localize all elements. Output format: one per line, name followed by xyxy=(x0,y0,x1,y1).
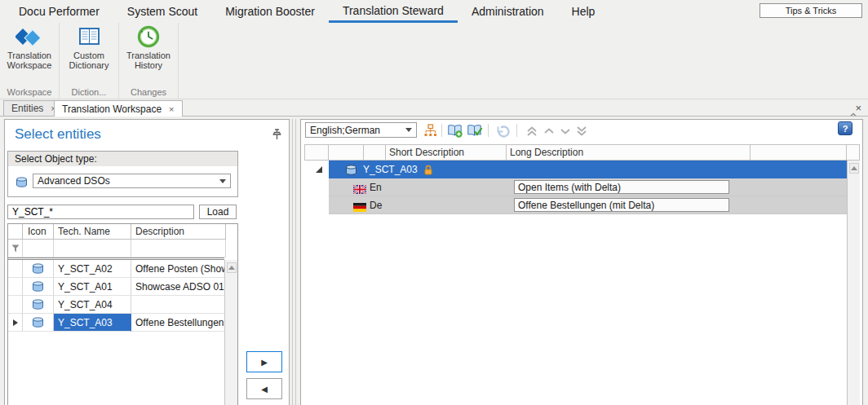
column-header-icon[interactable]: Icon xyxy=(23,224,54,240)
ribbon-group-dictionary: Custom Dictionary Diction... xyxy=(60,23,119,99)
filter-icon xyxy=(8,240,23,258)
selected-row-arrow-icon xyxy=(8,314,23,332)
help-icon[interactable]: ? xyxy=(838,121,852,135)
vertical-scrollbar[interactable] xyxy=(224,260,237,405)
close-icon[interactable]: × xyxy=(169,104,174,114)
chevron-down-icon xyxy=(219,179,226,183)
uk-flag-icon xyxy=(353,183,366,197)
main-menubar: Docu Performer System Scout Migration Bo… xyxy=(0,0,868,23)
description-cell[interactable]: Offene Bestellungen (... xyxy=(131,314,226,332)
tech-name-cell[interactable]: Y_SCT_A04 xyxy=(54,296,131,314)
ribbon-group-label: Workspace xyxy=(0,87,59,97)
filter-row[interactable] xyxy=(8,240,237,258)
scroll-up-icon[interactable] xyxy=(227,262,237,273)
translation-workspace-button[interactable]: Translation Workspace xyxy=(0,23,59,83)
column-header-short-description[interactable]: Short Description xyxy=(386,144,507,161)
database-icon xyxy=(345,164,357,178)
select-entities-panel: Select entities Select Object type: Adva… xyxy=(4,119,290,405)
hierarchy-view-icon[interactable] xyxy=(422,123,438,139)
move-up-icon[interactable] xyxy=(541,123,557,139)
add-to-dictionary-icon[interactable] xyxy=(447,123,463,139)
long-description-field[interactable]: Offene Bestellungen (mit Delta) xyxy=(514,198,729,212)
translation-row-en[interactable]: En Open Items (with Delta) xyxy=(304,178,847,196)
main-area: Select entities Select Object type: Adva… xyxy=(0,117,868,405)
pin-icon[interactable] xyxy=(272,129,282,140)
table-row[interactable]: Y_SCT_A04 xyxy=(8,296,237,314)
custom-dictionary-button[interactable]: Custom Dictionary xyxy=(60,23,118,83)
menu-translation-steward[interactable]: Translation Steward xyxy=(329,0,458,23)
filter-cell[interactable] xyxy=(23,240,54,258)
object-type-dropdown[interactable]: Advanced DSOs xyxy=(33,174,231,188)
panel-title: Select entities xyxy=(15,126,101,143)
table-row[interactable]: Y_SCT_A01 Showcase ADSO 01 (B... xyxy=(8,278,237,296)
entities-grid: Icon Tech. Name Description Y_SCT_A02 xyxy=(7,223,238,405)
scroll-up-icon[interactable] xyxy=(849,163,859,174)
panel-splitter[interactable] xyxy=(295,119,296,405)
vertical-scrollbar[interactable] xyxy=(847,161,860,405)
entity-row-selected[interactable]: Y_SCT_A03 xyxy=(304,161,847,178)
menu-administration[interactable]: Administration xyxy=(458,0,558,23)
translation-history-icon xyxy=(135,25,162,50)
language-pair-dropdown[interactable]: English;German xyxy=(305,122,417,138)
description-cell[interactable] xyxy=(131,296,226,314)
toolbar-separator xyxy=(488,124,489,137)
database-icon xyxy=(16,176,28,191)
database-icon xyxy=(23,260,54,278)
description-cell[interactable]: Showcase ADSO 01 (B... xyxy=(131,278,226,296)
tech-name-cell[interactable]: Y_SCT_A03 xyxy=(54,314,131,332)
move-to-workspace-button[interactable]: ▶ xyxy=(246,351,282,372)
undo-icon[interactable] xyxy=(494,123,511,139)
ribbon-button-label: Translation History xyxy=(119,51,178,70)
database-icon xyxy=(23,296,54,314)
translation-toolbar: English;German xyxy=(301,120,862,143)
close-icon[interactable]: × xyxy=(855,102,861,114)
german-flag-icon xyxy=(353,200,366,215)
ribbon-group-changes: Translation History Changes xyxy=(119,23,179,99)
menu-system-scout[interactable]: System Scout xyxy=(113,0,211,23)
tree-expanded-icon[interactable] xyxy=(316,166,322,173)
column-header-description[interactable]: Description xyxy=(131,224,226,240)
object-type-groupbox: Select Object type: Advanced DSOs xyxy=(7,151,238,197)
grid-header-row: Icon Tech. Name Description xyxy=(8,224,237,240)
table-row-selected[interactable]: Y_SCT_A03 Offene Bestellungen (... xyxy=(8,314,237,332)
ribbon-button-label: Custom Dictionary xyxy=(60,51,118,70)
row-indicator-cell xyxy=(8,278,23,296)
entity-search-input[interactable] xyxy=(7,205,194,219)
description-cell[interactable]: Offene Posten (Showa... xyxy=(131,260,226,278)
filter-cell[interactable] xyxy=(131,240,226,258)
tab-translation-workspace[interactable]: Translation Workspace × xyxy=(54,100,183,117)
document-tabbar: Entities × Translation Workspace × × xyxy=(0,99,868,117)
move-down-icon[interactable] xyxy=(557,123,574,139)
load-button[interactable]: Load xyxy=(199,205,237,219)
move-last-icon[interactable] xyxy=(574,123,590,139)
toolbar-separator xyxy=(516,124,517,137)
filter-cell[interactable] xyxy=(54,240,131,258)
lock-icon xyxy=(423,164,433,178)
menu-docu-performer[interactable]: Docu Performer xyxy=(5,0,113,23)
menu-migration-booster[interactable]: Migration Booster xyxy=(211,0,329,23)
language-label: En xyxy=(370,182,382,193)
translation-history-button[interactable]: Translation History xyxy=(119,23,178,83)
tab-label: Translation Workspace xyxy=(62,103,162,115)
move-first-icon[interactable] xyxy=(524,123,540,139)
column-header-tech-name[interactable]: Tech. Name xyxy=(54,224,131,240)
apply-dictionary-check-icon[interactable] xyxy=(467,123,483,139)
long-description-field[interactable]: Open Items (with Delta) xyxy=(514,180,729,194)
translation-panel: English;German xyxy=(300,119,863,405)
tech-name-cell[interactable]: Y_SCT_A02 xyxy=(54,260,131,278)
translation-row-de[interactable]: De Offene Bestellungen (mit Delta) xyxy=(304,196,847,214)
table-row[interactable]: Y_SCT_A02 Offene Posten (Showa... xyxy=(8,260,237,278)
object-type-value: Advanced DSOs xyxy=(33,175,219,187)
ribbon-button-label: Translation Workspace xyxy=(0,51,59,70)
ribbon: Translation Workspace Workspace Custom D… xyxy=(0,23,868,99)
header-tree-cell xyxy=(329,144,364,161)
object-type-label: Select Object type: xyxy=(8,152,237,166)
panel-splitter[interactable] xyxy=(292,119,293,405)
ribbon-group-label: Changes xyxy=(119,87,178,97)
custom-dictionary-icon xyxy=(75,25,103,50)
column-header-long-description[interactable]: Long Description xyxy=(507,144,751,161)
tips-and-tricks-button[interactable]: Tips & Tricks xyxy=(760,3,862,18)
tech-name-cell[interactable]: Y_SCT_A01 xyxy=(54,278,131,296)
remove-from-workspace-button[interactable]: ◀ xyxy=(246,378,282,399)
menu-help[interactable]: Help xyxy=(558,0,609,23)
